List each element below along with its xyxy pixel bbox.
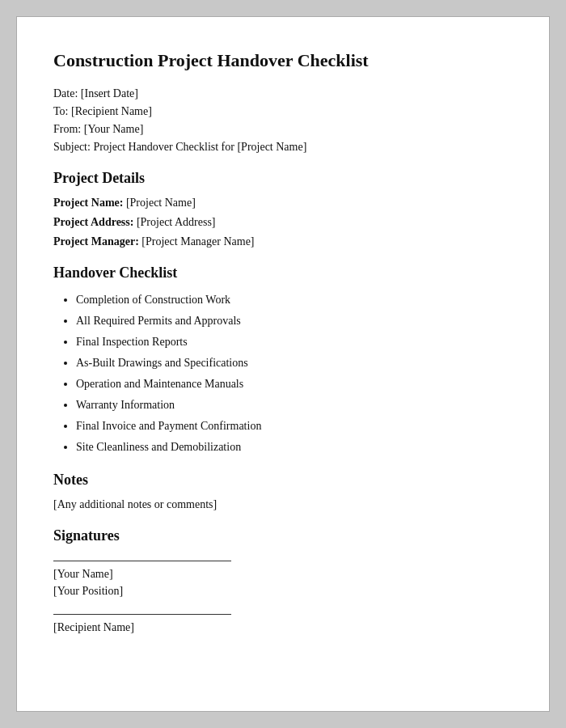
list-item: All Required Permits and Approvals	[76, 312, 513, 329]
list-item: As-Built Drawings and Specifications	[76, 354, 513, 371]
list-item: Operation and Maintenance Manuals	[76, 375, 513, 392]
project-details-heading: Project Details	[53, 170, 513, 187]
list-item: Final Inspection Reports	[76, 333, 513, 350]
project-name-value: [Project Name]	[126, 197, 196, 209]
project-address-label: Project Address:	[53, 216, 133, 228]
handover-checklist-heading: Handover Checklist	[53, 265, 513, 281]
signatures-heading: Signatures	[53, 527, 513, 544]
signature-line-1	[53, 561, 231, 561]
signer1-name: [Your Name]	[53, 568, 513, 581]
subject-field: Subject: Project Handover Checklist for …	[53, 141, 513, 154]
notes-heading: Notes	[53, 472, 513, 489]
date-field: Date: [Insert Date]	[53, 87, 513, 100]
signature-line-2	[53, 614, 231, 615]
notes-content: [Any additional notes or comments]	[53, 498, 513, 511]
document-page: Construction Project Handover Checklist …	[16, 16, 550, 712]
list-item: Completion of Construction Work	[76, 291, 513, 308]
checklist-list: Completion of Construction WorkAll Requi…	[53, 291, 513, 455]
to-field: To: [Recipient Name]	[53, 105, 513, 118]
project-manager-value: [Project Manager Name]	[142, 235, 254, 248]
list-item: Final Invoice and Payment Confirmation	[76, 417, 513, 434]
signature-block-2: [Recipient Name]	[53, 614, 513, 634]
list-item: Site Cleanliness and Demobilization	[76, 438, 513, 455]
list-item: Warranty Information	[76, 396, 513, 413]
project-manager-label: Project Manager:	[53, 235, 139, 248]
signature-block-1: [Your Name] [Your Position]	[53, 561, 513, 598]
signer2-name: [Recipient Name]	[53, 621, 513, 634]
project-name-label: Project Name:	[53, 197, 123, 209]
project-address-value: [Project Address]	[137, 216, 216, 228]
document-title: Construction Project Handover Checklist	[53, 49, 513, 73]
project-name-field: Project Name: [Project Name]	[53, 197, 513, 210]
project-address-field: Project Address: [Project Address]	[53, 216, 513, 229]
from-field: From: [Your Name]	[53, 123, 513, 136]
signer1-position: [Your Position]	[53, 585, 513, 598]
project-manager-field: Project Manager: [Project Manager Name]	[53, 235, 513, 248]
